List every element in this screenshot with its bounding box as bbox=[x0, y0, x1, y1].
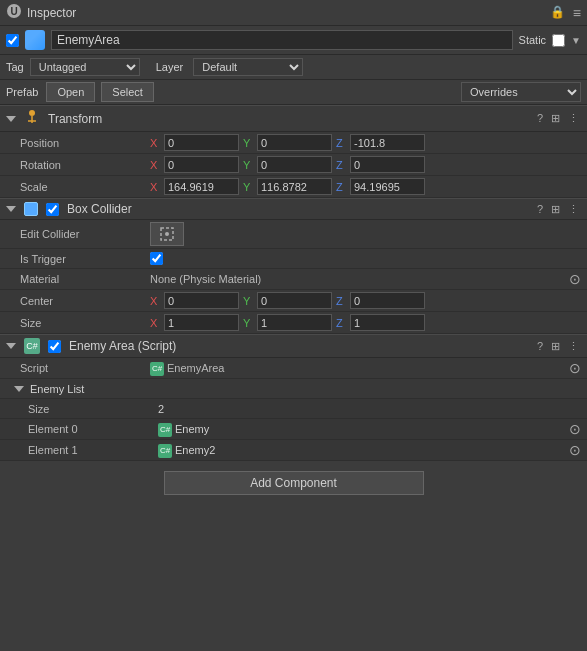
svg-point-2 bbox=[29, 110, 35, 116]
position-y-label: Y bbox=[243, 137, 253, 149]
edit-collider-icon bbox=[159, 226, 175, 242]
center-y-input[interactable] bbox=[257, 292, 332, 309]
object-icon bbox=[25, 30, 45, 50]
position-y-input[interactable] bbox=[257, 134, 332, 151]
enemy-list-expand-icon bbox=[14, 386, 24, 392]
rotation-z-label: Z bbox=[336, 159, 346, 171]
transform-menu-btn[interactable]: ⋮ bbox=[566, 112, 581, 125]
center-x-input[interactable] bbox=[164, 292, 239, 309]
material-target-icon[interactable]: ⊙ bbox=[569, 271, 581, 287]
script-menu-btn[interactable]: ⋮ bbox=[566, 340, 581, 353]
size-x-input[interactable] bbox=[164, 314, 239, 331]
material-value: None (Physic Material) bbox=[150, 273, 569, 285]
element1-target-icon[interactable]: ⊙ bbox=[569, 442, 581, 458]
enemy-list-size-label: Size bbox=[28, 403, 158, 415]
box-collider-help-btn[interactable]: ? bbox=[535, 203, 545, 216]
script-settings-btn[interactable]: ⊞ bbox=[549, 340, 562, 353]
rotation-z-input[interactable] bbox=[350, 156, 425, 173]
object-name-input[interactable] bbox=[51, 30, 513, 50]
element1-value: Enemy2 bbox=[175, 444, 569, 456]
box-collider-enabled-checkbox[interactable] bbox=[46, 203, 59, 216]
center-x-label: X bbox=[150, 295, 160, 307]
scale-row: Scale X Y Z bbox=[0, 176, 587, 198]
scale-label: Scale bbox=[20, 181, 150, 193]
menu-icon[interactable]: ≡ bbox=[573, 5, 581, 21]
element0-value: Enemy bbox=[175, 423, 569, 435]
enemy-list-title: Enemy List bbox=[30, 383, 84, 395]
size-y-input[interactable] bbox=[257, 314, 332, 331]
center-label: Center bbox=[20, 295, 150, 307]
unity-logo-icon: U bbox=[6, 3, 22, 22]
inspector-header: U Inspector 🔒 ≡ bbox=[0, 0, 587, 26]
scale-y-label: Y bbox=[243, 181, 253, 193]
element0-label: Element 0 bbox=[28, 423, 158, 435]
element1-cs-icon: C# bbox=[158, 442, 175, 458]
scale-y-input[interactable] bbox=[257, 178, 332, 195]
material-label: Material bbox=[20, 273, 150, 285]
center-z-input[interactable] bbox=[350, 292, 425, 309]
size-z-input[interactable] bbox=[350, 314, 425, 331]
scale-z-label: Z bbox=[336, 181, 346, 193]
add-component-button[interactable]: Add Component bbox=[164, 471, 424, 495]
script-expand-icon bbox=[6, 343, 16, 349]
edit-collider-row: Edit Collider bbox=[0, 220, 587, 249]
script-help-btn[interactable]: ? bbox=[535, 340, 545, 353]
script-target-icon[interactable]: ⊙ bbox=[569, 360, 581, 376]
script-enabled-checkbox[interactable] bbox=[48, 340, 61, 353]
element0-cs-icon: C# bbox=[158, 421, 175, 437]
enemy-list-size-row: Size 2 bbox=[0, 399, 587, 419]
script-cs-icon: C# bbox=[150, 360, 167, 376]
scale-x-input[interactable] bbox=[164, 178, 239, 195]
box-collider-menu-btn[interactable]: ⋮ bbox=[566, 203, 581, 216]
box-collider-section-header[interactable]: Box Collider ? ⊞ ⋮ bbox=[0, 198, 587, 220]
scale-z-input[interactable] bbox=[350, 178, 425, 195]
object-enabled-checkbox[interactable] bbox=[6, 34, 19, 47]
position-z-input[interactable] bbox=[350, 134, 425, 151]
center-z-label: Z bbox=[336, 295, 346, 307]
static-checkbox[interactable] bbox=[552, 34, 565, 47]
object-name-bar: Static ▼ bbox=[0, 26, 587, 55]
prefab-select-button[interactable]: Select bbox=[101, 82, 154, 102]
rotation-label: Rotation bbox=[20, 159, 150, 171]
rotation-x-input[interactable] bbox=[164, 156, 239, 173]
box-collider-title: Box Collider bbox=[67, 202, 531, 216]
position-x-label: X bbox=[150, 137, 160, 149]
prefab-open-button[interactable]: Open bbox=[46, 82, 95, 102]
size-y-label: Y bbox=[243, 317, 253, 329]
enemy-area-script-section-header[interactable]: C# Enemy Area (Script) ? ⊞ ⋮ bbox=[0, 334, 587, 358]
transform-title: Transform bbox=[48, 112, 531, 126]
scale-x-label: X bbox=[150, 181, 160, 193]
position-z-label: Z bbox=[336, 137, 346, 149]
is-trigger-row: Is Trigger bbox=[0, 249, 587, 269]
transform-settings-btn[interactable]: ⊞ bbox=[549, 112, 562, 125]
transform-section-header[interactable]: Transform ? ⊞ ⋮ bbox=[0, 105, 587, 132]
position-label: Position bbox=[20, 137, 150, 149]
box-collider-expand-icon bbox=[6, 206, 16, 212]
center-y-label: Y bbox=[243, 295, 253, 307]
box-collider-settings-btn[interactable]: ⊞ bbox=[549, 203, 562, 216]
layer-label: Layer bbox=[156, 61, 184, 73]
rotation-x-label: X bbox=[150, 159, 160, 171]
static-dropdown-icon[interactable]: ▼ bbox=[571, 35, 581, 46]
enemy-list-header[interactable]: Enemy List bbox=[0, 379, 587, 399]
script-field-label: Script bbox=[20, 362, 150, 374]
rotation-y-input[interactable] bbox=[257, 156, 332, 173]
transform-help-btn[interactable]: ? bbox=[535, 112, 545, 125]
is-trigger-checkbox[interactable] bbox=[150, 252, 163, 265]
position-x-input[interactable] bbox=[164, 134, 239, 151]
enemy-list-element0-row: Element 0 C# Enemy ⊙ bbox=[0, 419, 587, 440]
rotation-row: Rotation X Y Z bbox=[0, 154, 587, 176]
element0-target-icon[interactable]: ⊙ bbox=[569, 421, 581, 437]
script-title: Enemy Area (Script) bbox=[69, 339, 531, 353]
script-prop-row: Script C# EnemyArea ⊙ bbox=[0, 358, 587, 379]
prefab-label: Prefab bbox=[6, 86, 38, 98]
layer-select[interactable]: Default bbox=[193, 58, 303, 76]
overrides-select[interactable]: Overrides bbox=[461, 82, 581, 102]
lock-icon[interactable]: 🔒 bbox=[550, 5, 565, 21]
tag-select[interactable]: Untagged bbox=[30, 58, 140, 76]
edit-collider-button[interactable] bbox=[150, 222, 184, 246]
tag-label: Tag bbox=[6, 61, 24, 73]
rotation-y-label: Y bbox=[243, 159, 253, 171]
size-x-label: X bbox=[150, 317, 160, 329]
inspector-title: Inspector bbox=[27, 6, 76, 20]
